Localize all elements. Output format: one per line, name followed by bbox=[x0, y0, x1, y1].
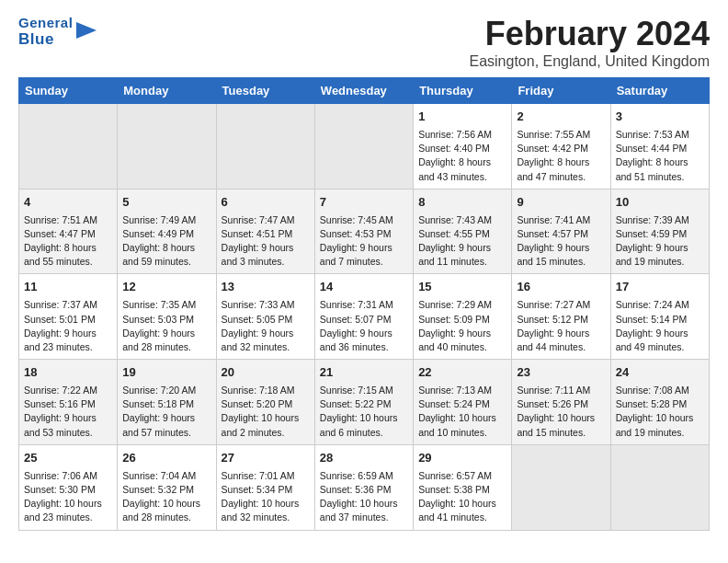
calendar-cell bbox=[610, 444, 709, 530]
calendar-cell: 21Sunrise: 7:15 AM Sunset: 5:22 PM Dayli… bbox=[314, 360, 413, 445]
weekday-header: Saturday bbox=[610, 78, 709, 104]
day-number: 14 bbox=[320, 279, 408, 296]
weekday-header: Sunday bbox=[19, 78, 118, 104]
header: General Blue February 2024 Easington, En… bbox=[18, 15, 710, 70]
calendar-cell: 6Sunrise: 7:47 AM Sunset: 4:51 PM Daylig… bbox=[216, 189, 314, 274]
day-number: 17 bbox=[616, 279, 704, 296]
calendar-table: SundayMondayTuesdayWednesdayThursdayFrid… bbox=[18, 77, 710, 531]
day-info: Sunrise: 7:29 AM Sunset: 5:09 PM Dayligh… bbox=[418, 298, 506, 354]
calendar-cell: 9Sunrise: 7:41 AM Sunset: 4:57 PM Daylig… bbox=[512, 189, 610, 274]
calendar-cell bbox=[512, 444, 610, 530]
day-info: Sunrise: 7:01 AM Sunset: 5:34 PM Dayligh… bbox=[222, 469, 310, 525]
weekday-header: Wednesday bbox=[314, 78, 413, 104]
day-number: 20 bbox=[222, 364, 310, 382]
day-info: Sunrise: 7:39 AM Sunset: 4:59 PM Dayligh… bbox=[616, 213, 704, 270]
page-title: February 2024 bbox=[469, 15, 710, 53]
title-area: February 2024 Easington, England, United… bbox=[469, 15, 710, 70]
calendar-cell: 22Sunrise: 7:13 AM Sunset: 5:24 PM Dayli… bbox=[414, 360, 512, 445]
weekday-header: Monday bbox=[118, 78, 216, 104]
day-info: Sunrise: 6:59 AM Sunset: 5:36 PM Dayligh… bbox=[320, 469, 408, 525]
calendar-cell: 26Sunrise: 7:04 AM Sunset: 5:32 PM Dayli… bbox=[118, 444, 216, 530]
day-info: Sunrise: 7:20 AM Sunset: 5:18 PM Dayligh… bbox=[122, 384, 210, 440]
day-number: 16 bbox=[517, 279, 605, 296]
weekday-header: Friday bbox=[512, 78, 610, 104]
logo-blue-text: Blue bbox=[18, 30, 73, 49]
day-number: 28 bbox=[320, 450, 408, 467]
calendar-cell bbox=[314, 104, 413, 190]
day-number: 6 bbox=[222, 194, 310, 212]
day-number: 26 bbox=[122, 450, 210, 467]
day-number: 1 bbox=[418, 109, 506, 126]
day-number: 19 bbox=[122, 364, 210, 382]
day-info: Sunrise: 7:35 AM Sunset: 5:03 PM Dayligh… bbox=[122, 298, 210, 354]
logo: General Blue bbox=[18, 15, 97, 49]
day-number: 3 bbox=[616, 109, 704, 126]
day-number: 22 bbox=[418, 364, 506, 382]
calendar-cell: 16Sunrise: 7:27 AM Sunset: 5:12 PM Dayli… bbox=[512, 274, 610, 360]
calendar-cell: 25Sunrise: 7:06 AM Sunset: 5:30 PM Dayli… bbox=[19, 444, 118, 530]
day-number: 9 bbox=[517, 194, 605, 212]
calendar-cell: 4Sunrise: 7:51 AM Sunset: 4:47 PM Daylig… bbox=[19, 189, 118, 274]
day-info: Sunrise: 7:55 AM Sunset: 4:42 PM Dayligh… bbox=[517, 128, 605, 184]
calendar-cell: 2Sunrise: 7:55 AM Sunset: 4:42 PM Daylig… bbox=[512, 104, 610, 190]
day-number: 27 bbox=[222, 450, 310, 467]
day-info: Sunrise: 7:22 AM Sunset: 5:16 PM Dayligh… bbox=[24, 384, 112, 440]
calendar-cell: 17Sunrise: 7:24 AM Sunset: 5:14 PM Dayli… bbox=[610, 274, 709, 360]
calendar-week-row: 11Sunrise: 7:37 AM Sunset: 5:01 PM Dayli… bbox=[19, 274, 710, 360]
calendar-week-row: 25Sunrise: 7:06 AM Sunset: 5:30 PM Dayli… bbox=[19, 444, 710, 530]
day-number: 24 bbox=[616, 364, 704, 382]
day-info: Sunrise: 7:37 AM Sunset: 5:01 PM Dayligh… bbox=[24, 298, 112, 354]
day-info: Sunrise: 7:04 AM Sunset: 5:32 PM Dayligh… bbox=[122, 469, 210, 525]
weekday-header: Thursday bbox=[414, 78, 512, 104]
calendar-cell: 18Sunrise: 7:22 AM Sunset: 5:16 PM Dayli… bbox=[19, 360, 118, 445]
calendar-cell: 13Sunrise: 7:33 AM Sunset: 5:05 PM Dayli… bbox=[216, 274, 314, 360]
logo-general-text: General bbox=[18, 15, 73, 30]
weekday-header: Tuesday bbox=[216, 78, 314, 104]
day-number: 21 bbox=[320, 364, 408, 382]
calendar-cell: 11Sunrise: 7:37 AM Sunset: 5:01 PM Dayli… bbox=[19, 274, 118, 360]
day-number: 8 bbox=[418, 194, 506, 212]
day-info: Sunrise: 7:51 AM Sunset: 4:47 PM Dayligh… bbox=[24, 213, 112, 270]
calendar-cell: 8Sunrise: 7:43 AM Sunset: 4:55 PM Daylig… bbox=[414, 189, 512, 274]
day-info: Sunrise: 7:27 AM Sunset: 5:12 PM Dayligh… bbox=[517, 298, 605, 354]
day-info: Sunrise: 7:08 AM Sunset: 5:28 PM Dayligh… bbox=[616, 384, 704, 440]
calendar-week-row: 18Sunrise: 7:22 AM Sunset: 5:16 PM Dayli… bbox=[19, 360, 710, 445]
day-number: 7 bbox=[320, 194, 408, 212]
calendar-cell: 23Sunrise: 7:11 AM Sunset: 5:26 PM Dayli… bbox=[512, 360, 610, 445]
day-number: 29 bbox=[418, 450, 506, 467]
calendar-cell: 19Sunrise: 7:20 AM Sunset: 5:18 PM Dayli… bbox=[118, 360, 216, 445]
day-info: Sunrise: 7:11 AM Sunset: 5:26 PM Dayligh… bbox=[517, 384, 605, 440]
calendar-cell: 27Sunrise: 7:01 AM Sunset: 5:34 PM Dayli… bbox=[216, 444, 314, 530]
page-subtitle: Easington, England, United Kingdom bbox=[469, 53, 710, 70]
calendar-cell: 20Sunrise: 7:18 AM Sunset: 5:20 PM Dayli… bbox=[216, 360, 314, 445]
svg-marker-0 bbox=[76, 22, 97, 39]
day-number: 23 bbox=[517, 364, 605, 382]
calendar-cell: 12Sunrise: 7:35 AM Sunset: 5:03 PM Dayli… bbox=[118, 274, 216, 360]
calendar-cell: 29Sunrise: 6:57 AM Sunset: 5:38 PM Dayli… bbox=[414, 444, 512, 530]
day-number: 4 bbox=[24, 194, 112, 212]
calendar-week-row: 1Sunrise: 7:56 AM Sunset: 4:40 PM Daylig… bbox=[19, 104, 710, 190]
day-info: Sunrise: 7:43 AM Sunset: 4:55 PM Dayligh… bbox=[418, 213, 506, 270]
calendar-cell: 1Sunrise: 7:56 AM Sunset: 4:40 PM Daylig… bbox=[414, 104, 512, 190]
day-info: Sunrise: 7:24 AM Sunset: 5:14 PM Dayligh… bbox=[616, 298, 704, 354]
calendar-week-row: 4Sunrise: 7:51 AM Sunset: 4:47 PM Daylig… bbox=[19, 189, 710, 274]
day-number: 11 bbox=[24, 279, 112, 296]
day-info: Sunrise: 7:41 AM Sunset: 4:57 PM Dayligh… bbox=[517, 213, 605, 270]
day-number: 5 bbox=[122, 194, 210, 212]
day-number: 10 bbox=[616, 194, 704, 212]
calendar-cell: 14Sunrise: 7:31 AM Sunset: 5:07 PM Dayli… bbox=[314, 274, 413, 360]
day-info: Sunrise: 7:33 AM Sunset: 5:05 PM Dayligh… bbox=[222, 298, 310, 354]
day-info: Sunrise: 6:57 AM Sunset: 5:38 PM Dayligh… bbox=[418, 469, 506, 525]
day-info: Sunrise: 7:47 AM Sunset: 4:51 PM Dayligh… bbox=[222, 213, 310, 270]
calendar-header-row: SundayMondayTuesdayWednesdayThursdayFrid… bbox=[19, 78, 710, 104]
day-info: Sunrise: 7:31 AM Sunset: 5:07 PM Dayligh… bbox=[320, 298, 408, 354]
day-info: Sunrise: 7:15 AM Sunset: 5:22 PM Dayligh… bbox=[320, 384, 408, 440]
day-number: 2 bbox=[517, 109, 605, 126]
calendar-cell bbox=[19, 104, 118, 190]
day-number: 18 bbox=[24, 364, 112, 382]
calendar-cell: 28Sunrise: 6:59 AM Sunset: 5:36 PM Dayli… bbox=[314, 444, 413, 530]
day-info: Sunrise: 7:18 AM Sunset: 5:20 PM Dayligh… bbox=[222, 384, 310, 440]
day-info: Sunrise: 7:56 AM Sunset: 4:40 PM Dayligh… bbox=[418, 128, 506, 184]
calendar-cell: 3Sunrise: 7:53 AM Sunset: 4:44 PM Daylig… bbox=[610, 104, 709, 190]
day-info: Sunrise: 7:49 AM Sunset: 4:49 PM Dayligh… bbox=[122, 213, 210, 270]
